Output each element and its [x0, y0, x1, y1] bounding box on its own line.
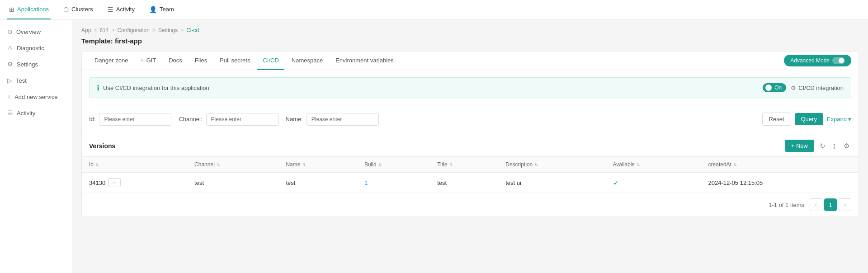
tab-docs[interactable]: Docs	[163, 52, 188, 70]
channel-filter-label: Channel:	[179, 116, 202, 122]
nav-item-team[interactable]: 👤 Team	[147, 0, 176, 19]
advanced-mode-button[interactable]: Advanced Mode	[784, 55, 851, 66]
nav-item-applications[interactable]: ⊞ Applications	[7, 0, 51, 19]
query-button[interactable]: Query	[795, 113, 823, 125]
sidebar-item-overview[interactable]: ⊙ Overview	[0, 24, 72, 40]
breadcrumb: App > 614 > Configuration > Settings > C…	[81, 27, 859, 33]
tab-git[interactable]: ⑂ GIT	[135, 52, 161, 70]
sidebar-item-add-new-service[interactable]: + Add new service	[0, 89, 72, 105]
sidebar: ⊙ Overview ⚠ Diagnostic ⚙ Settings ▷ Tes…	[0, 20, 72, 273]
sidebar-item-diagnostic[interactable]: ⚠ Diagnostic	[0, 40, 72, 56]
cell-channel: test	[187, 173, 278, 193]
top-navigation: ⊞ Applications ⬡ Clusters ☰ Activity 👤 T…	[0, 0, 868, 20]
git-icon: ⑂	[141, 57, 144, 64]
diagnostic-icon: ⚠	[7, 44, 13, 52]
advanced-mode-toggle	[832, 57, 845, 64]
sort-available-icon[interactable]: ⇅	[637, 162, 640, 167]
expand-button[interactable]: Expand ▾	[827, 116, 851, 122]
col-id: Id ⇅	[82, 157, 187, 173]
sort-channel-icon[interactable]: ⇅	[217, 162, 220, 167]
cicd-toggle-button[interactable]: On	[763, 83, 786, 92]
versions-table: Id ⇅ Channel ⇅ Name	[82, 156, 859, 193]
tab-pull-secrets[interactable]: Pull secrets	[214, 52, 255, 70]
sidebar-item-test[interactable]: ▷ Test	[0, 72, 72, 89]
breadcrumb-614[interactable]: 614	[99, 27, 108, 33]
refresh-icon[interactable]: ↻	[818, 141, 827, 151]
name-filter-input[interactable]	[307, 113, 379, 126]
col-description: Description ⇅	[498, 157, 605, 173]
id-filter-input[interactable]	[99, 113, 171, 126]
cell-created-at: 2024-12-05 12:15:05	[701, 173, 859, 193]
breadcrumb-app[interactable]: App	[81, 27, 91, 33]
clusters-icon: ⬡	[63, 6, 69, 13]
main-card: Danger zone ⑂ GIT Docs Files Pull secret…	[81, 51, 859, 217]
sort-id-icon[interactable]: ⇅	[95, 162, 99, 167]
tab-danger-zone[interactable]: Danger zone	[89, 52, 133, 70]
name-filter-label: Name:	[286, 116, 303, 122]
row-actions-button[interactable]: ···	[108, 178, 121, 187]
cell-build: 1	[357, 173, 430, 193]
nav-item-activity[interactable]: ☰ Activity	[106, 0, 137, 19]
test-icon: ▷	[7, 77, 12, 84]
new-version-button[interactable]: + New	[785, 140, 814, 152]
versions-title: Versions	[89, 142, 115, 150]
info-icon: ℹ	[97, 84, 99, 92]
tab-environment-variables[interactable]: Environment variables	[330, 52, 399, 70]
tab-bar: Danger zone ⑂ GIT Docs Files Pull secret…	[82, 52, 859, 70]
sort-description-icon[interactable]: ⇅	[534, 162, 538, 167]
team-icon: 👤	[149, 6, 157, 13]
cell-available: ✓	[606, 173, 701, 193]
cell-description: test ui	[498, 173, 605, 193]
channel-filter-input[interactable]	[206, 113, 278, 126]
toggle-ball	[765, 85, 772, 91]
pagination: 1-1 of 1 items < 1 >	[82, 193, 859, 217]
sort-name-icon[interactable]: ⇅	[302, 162, 306, 167]
activity-icon: ☰	[108, 6, 113, 13]
tab-namespace[interactable]: Namespace	[286, 52, 328, 70]
sort-title-icon[interactable]: ⇅	[449, 162, 453, 167]
channel-filter-group: Channel:	[179, 113, 278, 126]
filter-row: Id: Channel: Name: Reset Query Expand	[82, 105, 859, 133]
col-build: Build ⇅	[357, 157, 430, 173]
col-channel: Channel ⇅	[187, 157, 278, 173]
sidebar-activity-icon: ☰	[7, 109, 13, 117]
filter-actions: Reset Query Expand ▾	[762, 113, 851, 126]
col-title: Title ⇅	[430, 157, 498, 173]
add-service-icon: +	[7, 93, 11, 100]
tab-ci-cd[interactable]: CI/CD	[257, 52, 284, 70]
id-filter-label: Id:	[89, 116, 95, 122]
overview-icon: ⊙	[7, 28, 13, 35]
filter-icon[interactable]: ⫿	[831, 141, 838, 151]
breadcrumb-configuration[interactable]: Configuration	[117, 27, 149, 33]
page-1-button[interactable]: 1	[824, 198, 837, 211]
id-filter-group: Id:	[89, 113, 171, 126]
table-row: 34130 ··· test test 1 test test ui ✓ 202…	[82, 173, 859, 193]
available-check-icon: ✓	[613, 179, 619, 187]
prev-page-button[interactable]: <	[810, 198, 822, 211]
next-page-button[interactable]: >	[839, 198, 851, 211]
settings-icon: ⚙	[7, 61, 13, 68]
versions-header: Versions + New ↻ ⫿ ⚙	[82, 133, 859, 156]
name-filter-group: Name:	[286, 113, 379, 126]
cicd-gear-icon: ⚙	[791, 85, 796, 91]
tab-files[interactable]: Files	[189, 52, 212, 70]
chevron-down-icon: ▾	[848, 116, 851, 122]
sidebar-item-settings[interactable]: ⚙ Settings	[0, 56, 72, 72]
versions-actions: + New ↻ ⫿ ⚙	[785, 140, 851, 152]
col-created-at: createdAt ⇅	[701, 157, 859, 173]
breadcrumb-ci-cd: Ci-cd	[186, 27, 199, 33]
sort-created-at-icon[interactable]: ⇅	[733, 162, 737, 167]
main-content: App > 614 > Configuration > Settings > C…	[72, 20, 868, 273]
sidebar-item-activity[interactable]: ☰ Activity	[0, 105, 72, 121]
col-available: Available ⇅	[606, 157, 701, 173]
breadcrumb-settings[interactable]: Settings	[158, 27, 178, 33]
cicd-integration-bar: ℹ Use CI/CD integration for this applica…	[89, 77, 851, 98]
col-name: Name ⇅	[278, 157, 357, 173]
nav-item-clusters[interactable]: ⬡ Clusters	[61, 0, 95, 19]
applications-icon: ⊞	[9, 6, 14, 13]
build-link[interactable]: 1	[364, 179, 368, 186]
sort-build-icon[interactable]: ⇅	[378, 162, 382, 167]
settings-table-icon[interactable]: ⚙	[842, 141, 851, 151]
reset-button[interactable]: Reset	[762, 113, 791, 126]
page-title: Template: first-app	[81, 37, 859, 45]
